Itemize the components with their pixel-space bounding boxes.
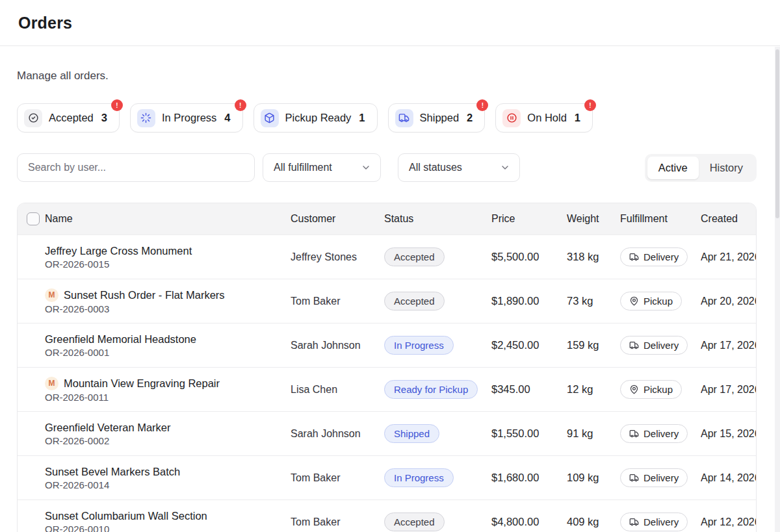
order-id: OR-2026-0015 (45, 259, 291, 270)
map-pin-icon (629, 385, 639, 394)
order-id: OR-2026-0010 (45, 524, 291, 532)
column-header-customer: Customer (291, 213, 384, 225)
table-row[interactable]: M Sunset Rush Order - Flat Markers OR-20… (18, 279, 756, 323)
fulfillment-label: Pickup (644, 384, 673, 395)
status-summary-chips: Accepted 3 ! In Progress 4 ! Pickup Read… (17, 103, 757, 133)
status-chip-label: On Hold (527, 112, 567, 124)
column-header-weight: Weight (567, 213, 620, 225)
table-row[interactable]: M Mountain View Engraving Repair OR-2026… (18, 367, 756, 411)
page-title: Orders (18, 14, 72, 32)
created-date: Apr 15, 2026 (701, 428, 756, 440)
order-name: Sunset Columbarium Wall Section (45, 510, 207, 522)
order-weight: 73 kg (567, 295, 620, 307)
alert-badge: ! (111, 99, 123, 111)
main-content: Manage all orders. Accepted 3 ! In Progr… (0, 70, 780, 532)
order-weight: 12 kg (567, 383, 620, 396)
status-badge: Accepted (384, 292, 445, 310)
fulfillment-label: Delivery (644, 251, 679, 262)
fulfillment-badge: Delivery (620, 468, 688, 487)
fulfillment-badge: Delivery (620, 513, 688, 531)
truck-icon (629, 252, 639, 262)
toggle-history-button[interactable]: History (699, 157, 754, 179)
status-chip-label: Pickup Ready (285, 112, 352, 124)
customer-name: Tom Baker (291, 472, 384, 484)
status-badge: Ready for Pickup (384, 380, 478, 399)
status-chip-label: In Progress (162, 112, 216, 124)
status-chip-label: Shipped (420, 112, 460, 124)
column-header-price: Price (491, 213, 567, 225)
column-header-name: Name (45, 213, 291, 225)
fulfillment-label: Delivery (644, 516, 679, 527)
order-name: Sunset Bevel Markers Batch (45, 466, 180, 478)
pause-circle-icon (502, 109, 521, 127)
table-row[interactable]: Greenfield Veteran Marker OR-2026-0002 S… (18, 411, 756, 455)
check-circle-icon (24, 109, 42, 127)
order-weight: 109 kg (567, 472, 620, 484)
status-chip-count: 1 (575, 112, 580, 124)
select-all-checkbox[interactable] (27, 212, 40, 225)
memo-badge: M (45, 288, 58, 302)
table-row[interactable]: Sunset Columbarium Wall Section OR-2026-… (18, 500, 756, 532)
filter-bar: All fulfillment All statuses Active Hist… (17, 153, 757, 182)
status-chip[interactable]: Shipped 2 ! (388, 103, 486, 133)
alert-badge: ! (235, 99, 246, 111)
order-weight: 318 kg (567, 251, 620, 263)
customer-name: Sarah Johnson (291, 428, 384, 440)
status-badge: In Progress (384, 336, 454, 355)
scrollbar[interactable] (775, 47, 780, 532)
spinner-icon (137, 109, 155, 127)
order-price: $1,680.00 (491, 472, 567, 484)
column-header-created: Created (701, 213, 756, 225)
order-name: Mountain View Engraving Repair (64, 377, 220, 390)
alert-badge: ! (476, 99, 488, 111)
order-price: $1,550.00 (491, 427, 567, 440)
fulfillment-dropdown-value: All fulfillment (274, 162, 332, 173)
order-price: $4,800.00 (491, 516, 567, 528)
package-icon (261, 109, 279, 127)
order-price: $1,890.00 (491, 295, 567, 307)
order-id: OR-2026-0001 (45, 347, 291, 358)
created-date: Apr 20, 2026 (701, 296, 756, 307)
fulfillment-badge: Pickup (620, 292, 682, 310)
customer-name: Tom Baker (291, 516, 384, 528)
status-badge: In Progress (384, 468, 454, 487)
table-row[interactable]: Sunset Bevel Markers Batch OR-2026-0014 … (18, 455, 756, 500)
truck-icon (629, 473, 639, 483)
column-header-status: Status (384, 213, 491, 225)
fulfillment-badge: Pickup (620, 380, 682, 399)
status-chip-count: 4 (224, 112, 230, 124)
fulfillment-label: Pickup (644, 296, 673, 307)
created-date: Apr 21, 2026 (701, 251, 756, 263)
status-dropdown[interactable]: All statuses (398, 153, 520, 182)
fulfillment-badge: Delivery (620, 424, 688, 443)
status-dropdown-value: All statuses (409, 162, 462, 173)
order-id: OR-2026-0014 (45, 479, 291, 490)
status-chip[interactable]: On Hold 1 ! (495, 103, 593, 133)
status-chip-count: 3 (101, 112, 107, 124)
fulfillment-badge: Delivery (620, 336, 688, 355)
order-weight: 409 kg (567, 516, 620, 528)
table-row[interactable]: Greenfield Memorial Headstone OR-2026-00… (18, 323, 756, 367)
order-price: $5,500.00 (491, 251, 567, 263)
search-input[interactable] (17, 153, 255, 182)
fulfillment-badge: Delivery (620, 247, 688, 266)
created-date: Apr 12, 2026 (701, 516, 756, 528)
view-toggle: Active History (645, 154, 757, 182)
status-chip[interactable]: Pickup Ready 1 (254, 103, 378, 133)
truck-icon (629, 340, 639, 350)
status-badge: Accepted (384, 513, 445, 531)
fulfillment-dropdown[interactable]: All fulfillment (263, 153, 381, 182)
fulfillment-label: Delivery (644, 340, 679, 351)
truck-icon (395, 109, 413, 127)
toggle-active-button[interactable]: Active (647, 157, 699, 179)
fulfillment-label: Delivery (644, 428, 679, 439)
fulfillment-label: Delivery (644, 472, 679, 483)
scrollbar-thumb[interactable] (775, 49, 779, 218)
table-row[interactable]: Jeffrey Large Cross Monument OR-2026-001… (18, 234, 756, 279)
status-badge: Shipped (384, 424, 439, 443)
status-chip[interactable]: In Progress 4 ! (130, 103, 243, 133)
status-chip[interactable]: Accepted 3 ! (17, 103, 120, 133)
customer-name: Lisa Chen (291, 384, 384, 396)
created-date: Apr 14, 2026 (701, 472, 756, 484)
chevron-down-icon (361, 162, 371, 173)
